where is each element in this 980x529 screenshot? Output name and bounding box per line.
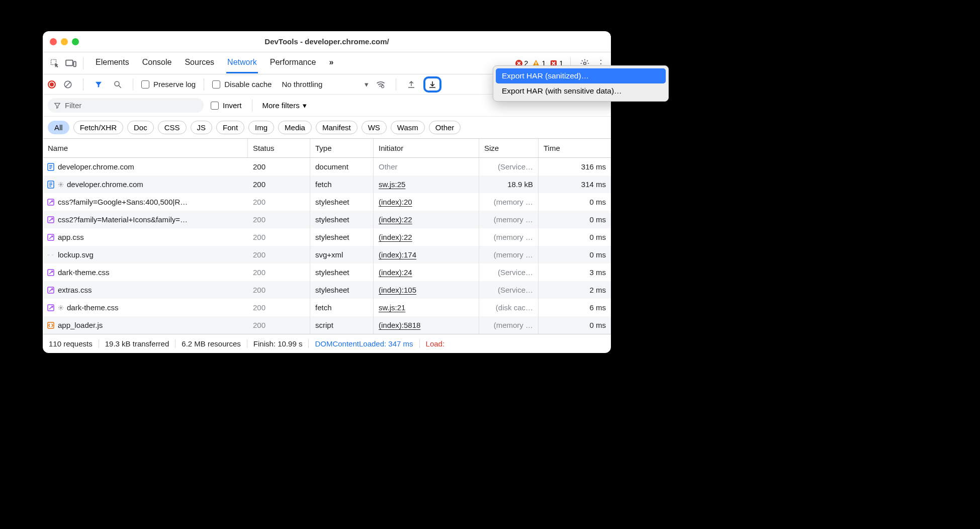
- more-filters-dropdown[interactable]: More filters ▾: [262, 101, 307, 110]
- svg-point-31: [60, 307, 62, 308]
- type-chip-media[interactable]: Media: [278, 121, 312, 134]
- status-load: Load:: [420, 339, 451, 348]
- request-type: stylesheet: [310, 193, 374, 211]
- request-name: css?family=Google+Sans:400,500|R…: [58, 198, 188, 206]
- search-icon[interactable]: [111, 77, 125, 92]
- col-status[interactable]: Status: [248, 139, 310, 157]
- col-name[interactable]: Name: [43, 139, 248, 157]
- request-time: 316 ms: [539, 158, 611, 175]
- request-initiator[interactable]: sw.js:25: [374, 175, 479, 193]
- col-initiator[interactable]: Initiator: [374, 139, 479, 157]
- request-initiator[interactable]: (index):105: [374, 281, 479, 299]
- close-button[interactable]: [50, 38, 57, 45]
- request-initiator[interactable]: (index):24: [374, 263, 479, 281]
- col-size[interactable]: Size: [479, 139, 539, 157]
- invert-checkbox[interactable]: [211, 102, 219, 110]
- gear-icon: [58, 305, 64, 311]
- zoom-button[interactable]: [72, 38, 79, 45]
- minimize-button[interactable]: [61, 38, 68, 45]
- network-conditions-icon[interactable]: [374, 77, 388, 92]
- type-chip-css[interactable]: CSS: [158, 121, 187, 134]
- type-chip-js[interactable]: JS: [191, 121, 213, 134]
- tab-performance[interactable]: Performance: [269, 53, 317, 73]
- type-chip-font[interactable]: Font: [216, 121, 244, 134]
- request-size: (memory …: [479, 228, 539, 246]
- type-chip-fetch[interactable]: Fetch/XHR: [73, 121, 123, 134]
- tab-console[interactable]: Console: [141, 53, 173, 73]
- request-time: 0 ms: [539, 228, 611, 246]
- disable-cache-checkbox[interactable]: [212, 80, 220, 89]
- invert-group[interactable]: Invert: [211, 101, 242, 110]
- type-chip-img[interactable]: Img: [248, 121, 274, 134]
- disable-cache-group[interactable]: Disable cache: [212, 80, 272, 89]
- table-row[interactable]: developer.chrome.com200fetchsw.js:2518.9…: [43, 175, 611, 193]
- request-size: 18.9 kB: [479, 175, 539, 193]
- gear-icon: [58, 182, 64, 188]
- preserve-log-group[interactable]: Preserve log: [141, 80, 196, 89]
- status-requests: 110 requests: [49, 339, 99, 348]
- request-initiator[interactable]: (index):20: [374, 193, 479, 211]
- type-chip-wasm[interactable]: Wasm: [391, 121, 425, 134]
- more-tabs-icon[interactable]: »: [328, 53, 334, 73]
- file-type-icon: [47, 286, 55, 294]
- titlebar: DevTools - developer.chrome.com/: [43, 31, 611, 52]
- download-har-button[interactable]: [423, 76, 441, 93]
- request-type: fetch: [310, 175, 374, 193]
- filter-icon[interactable]: [92, 77, 106, 92]
- throttling-dropdown[interactable]: No throttling ▾: [282, 80, 369, 89]
- tab-network[interactable]: Network: [226, 53, 258, 73]
- table-row[interactable]: developer.chrome.com200documentOther(Ser…: [43, 158, 611, 175]
- chevron-down-icon: ▾: [303, 101, 307, 110]
- svg-rect-4: [536, 62, 537, 64]
- svg-line-9: [66, 82, 70, 86]
- upload-har-icon[interactable]: [404, 77, 418, 92]
- clear-icon[interactable]: [61, 77, 75, 92]
- table-row[interactable]: dark-theme.css200fetchsw.js:21(disk cac……: [43, 299, 611, 316]
- request-name: dark-theme.css: [58, 268, 110, 277]
- request-name: extras.css: [58, 286, 92, 294]
- request-size: (disk cac…: [479, 299, 539, 316]
- request-initiator[interactable]: sw.js:21: [374, 299, 479, 316]
- tab-sources[interactable]: Sources: [184, 53, 215, 73]
- table-row[interactable]: dark-theme.css200stylesheet(index):24(Se…: [43, 263, 611, 281]
- col-type[interactable]: Type: [310, 139, 374, 157]
- table-row[interactable]: css?family=Google+Sans:400,500|R…200styl…: [43, 193, 611, 211]
- request-status: 200: [248, 158, 310, 175]
- request-time: 314 ms: [539, 175, 611, 193]
- export-har-sanitized[interactable]: Export HAR (sanitized)…: [496, 68, 666, 83]
- type-chip-ws[interactable]: WS: [362, 121, 387, 134]
- device-toggle-icon[interactable]: [64, 56, 78, 70]
- file-type-icon: [47, 233, 55, 241]
- file-type-icon: [47, 269, 55, 277]
- type-chip-all[interactable]: All: [48, 121, 69, 134]
- tab-elements[interactable]: Elements: [95, 53, 130, 73]
- inspect-icon[interactable]: [48, 56, 62, 70]
- table-row[interactable]: app_loader.js200script(index):5818(memor…: [43, 316, 611, 334]
- request-name: css2?family=Material+Icons&family=…: [58, 215, 188, 224]
- record-button[interactable]: [48, 80, 56, 89]
- type-chip-doc[interactable]: Doc: [127, 121, 154, 134]
- type-chip-other[interactable]: Other: [429, 121, 461, 134]
- request-initiator[interactable]: (index):22: [374, 228, 479, 246]
- filter-placeholder: Filter: [65, 101, 81, 110]
- request-initiator[interactable]: (index):174: [374, 246, 479, 263]
- request-initiator[interactable]: (index):5818: [374, 316, 479, 334]
- type-chip-manifest[interactable]: Manifest: [316, 121, 358, 134]
- table-row[interactable]: lockup.svg200svg+xml(index):174(memory ……: [43, 246, 611, 263]
- request-type: document: [310, 158, 374, 175]
- svg-point-10: [115, 81, 119, 86]
- request-initiator[interactable]: (index):22: [374, 211, 479, 228]
- table-row[interactable]: css2?family=Material+Icons&family=…200st…: [43, 211, 611, 228]
- file-type-icon: [47, 198, 55, 206]
- preserve-log-checkbox[interactable]: [141, 80, 149, 89]
- export-har-sensitive[interactable]: Export HAR (with sensitive data)…: [496, 83, 666, 99]
- request-initiator: Other: [374, 158, 479, 175]
- request-type: svg+xml: [310, 246, 374, 263]
- table-row[interactable]: extras.css200stylesheet(index):105(Servi…: [43, 281, 611, 299]
- request-name: app_loader.js: [58, 321, 103, 329]
- col-time[interactable]: Time: [539, 139, 611, 157]
- filter-input[interactable]: Filter: [48, 98, 204, 113]
- request-time: 0 ms: [539, 211, 611, 228]
- table-row[interactable]: app.css200stylesheet(index):22(memory …0…: [43, 228, 611, 246]
- file-type-icon: [47, 216, 55, 224]
